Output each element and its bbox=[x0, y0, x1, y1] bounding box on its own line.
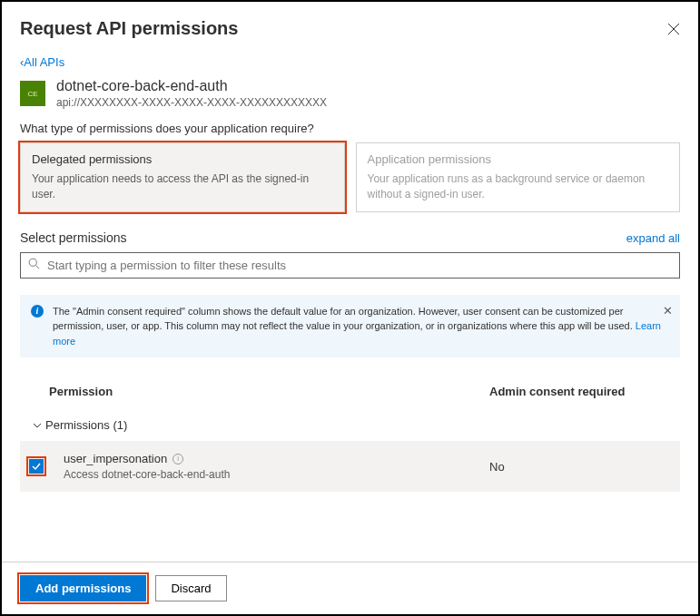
permission-checkbox[interactable] bbox=[29, 459, 44, 474]
search-input[interactable] bbox=[45, 257, 672, 274]
back-all-apis-link[interactable]: ‹ All APIs bbox=[20, 55, 64, 69]
help-icon[interactable]: i bbox=[173, 454, 183, 464]
info-banner: i The "Admin consent required" column sh… bbox=[20, 295, 680, 358]
page-title: Request API permissions bbox=[20, 18, 238, 39]
permissions-group-row[interactable]: Permissions (1) bbox=[20, 409, 680, 441]
svg-point-0 bbox=[29, 259, 36, 266]
permissions-group-label: Permissions (1) bbox=[45, 418, 127, 432]
application-permissions-card[interactable]: Application permissions Your application… bbox=[356, 142, 681, 212]
delegated-permissions-card[interactable]: Delegated permissions Your application n… bbox=[20, 142, 345, 212]
close-icon[interactable] bbox=[667, 23, 680, 35]
delegated-card-desc: Your application needs to access the API… bbox=[32, 171, 333, 202]
footer: Add permissions Discard bbox=[2, 562, 698, 614]
svg-line-1 bbox=[36, 266, 40, 269]
permissions-table-header: Permission Admin consent required bbox=[20, 379, 680, 409]
info-close-icon[interactable]: ✕ bbox=[663, 302, 673, 320]
api-badge: CE bbox=[20, 81, 45, 106]
chevron-down-icon bbox=[29, 420, 45, 431]
api-uri: api://XXXXXXXX-XXXX-XXXX-XXXX-XXXXXXXXXX… bbox=[56, 96, 327, 109]
api-header: CE dotnet-core-back-end-auth api://XXXXX… bbox=[20, 78, 680, 109]
column-consent: Admin consent required bbox=[489, 385, 671, 398]
delegated-card-title: Delegated permissions bbox=[32, 152, 333, 166]
permission-item-name: user_impersonation bbox=[64, 452, 167, 465]
add-permissions-button[interactable]: Add permissions bbox=[20, 575, 146, 601]
info-banner-text: The "Admin consent required" column show… bbox=[53, 306, 636, 332]
permission-item-row: user_impersonation i Access dotnet-core-… bbox=[20, 441, 680, 492]
permission-item-consent: No bbox=[489, 460, 671, 474]
permission-item-desc: Access dotnet-core-back-end-auth bbox=[64, 468, 489, 481]
application-card-desc: Your application runs as a background se… bbox=[368, 171, 669, 202]
column-permission: Permission bbox=[49, 385, 489, 398]
permission-type-question: What type of permissions does your appli… bbox=[20, 122, 680, 135]
search-icon bbox=[28, 258, 40, 272]
info-text: The "Admin consent required" column show… bbox=[53, 304, 669, 349]
back-link-label: All APIs bbox=[24, 55, 64, 69]
search-input-container[interactable] bbox=[20, 252, 680, 279]
info-icon: i bbox=[31, 305, 44, 318]
api-name: dotnet-core-back-end-auth bbox=[56, 78, 327, 94]
select-permissions-heading: Select permissions bbox=[20, 230, 127, 245]
application-card-title: Application permissions bbox=[368, 152, 669, 166]
discard-button[interactable]: Discard bbox=[155, 575, 226, 601]
expand-all-link[interactable]: expand all bbox=[626, 231, 680, 245]
